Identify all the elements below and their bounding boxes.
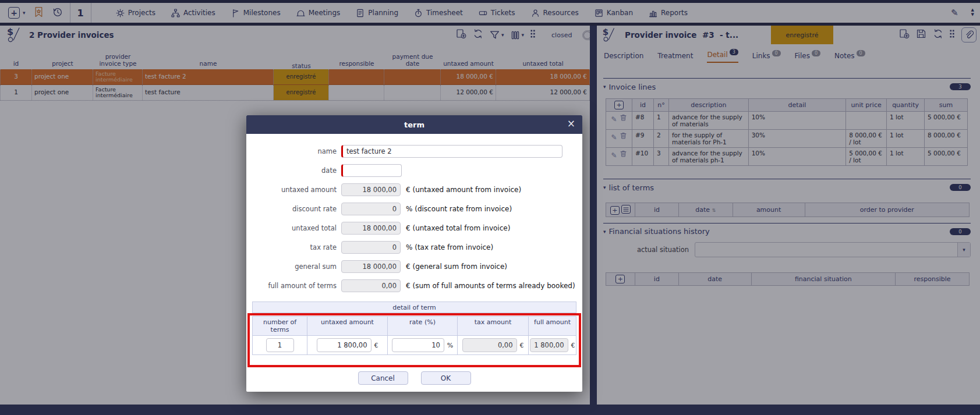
rate-field[interactable] <box>392 338 444 352</box>
form-row-full-amount-of-terms: full amount of terms € (sum of full amou… <box>246 276 582 295</box>
highlight-annotation-box: number of terms untaxed amount rate (%) … <box>247 313 581 367</box>
tax-rate-hint: % (tax rate from invoice) <box>406 243 493 251</box>
detail-of-term-title: detail of term <box>252 302 576 313</box>
untaxed-total-label: untaxed total <box>246 224 341 232</box>
untaxed-amount-label: untaxed amount <box>246 186 341 194</box>
dialog-title: term <box>404 120 424 129</box>
percent-symbol: % <box>447 342 453 349</box>
ok-button[interactable]: OK <box>421 371 471 385</box>
cancel-button[interactable]: Cancel <box>358 371 408 385</box>
number-of-terms-field[interactable] <box>266 338 294 352</box>
detail-of-term-row: € % € € <box>252 336 576 355</box>
untaxed-amount-field <box>341 183 401 196</box>
untaxed-amount-hint: € (untaxed amount from invoice) <box>406 186 521 194</box>
name-label: name <box>246 147 341 155</box>
col-header-untaxed-amount: untaxed amount <box>307 316 388 336</box>
currency-symbol: € <box>374 342 378 349</box>
untaxed-total-field <box>341 222 401 235</box>
form-row-general-sum: general sum € (general sum from invoice) <box>246 257 582 276</box>
currency-symbol: € <box>571 342 575 349</box>
col-header-full-amount: full amount <box>529 316 576 336</box>
discount-rate-label: discount rate <box>246 205 341 213</box>
general-sum-label: general sum <box>246 263 341 271</box>
date-field[interactable] <box>341 164 402 177</box>
full-amount-field <box>530 338 568 352</box>
name-field[interactable] <box>341 145 562 158</box>
form-row-discount-rate: discount rate % (discount rate from invo… <box>246 199 582 218</box>
tax-rate-field <box>341 241 401 254</box>
date-label: date <box>246 166 341 175</box>
full-amount-of-terms-hint: € (sum of full amounts of terms already … <box>406 282 575 290</box>
form-row-date: date <box>246 161 582 180</box>
full-amount-of-terms-label: full amount of terms <box>246 282 341 290</box>
tax-amount-field <box>462 338 517 352</box>
discount-rate-hint: % (discount rate from invoice) <box>406 205 512 213</box>
form-row-tax-rate: tax rate % (tax rate from invoice) <box>246 237 582 257</box>
form-row-name: name <box>246 141 582 161</box>
untaxed-total-hint: € (untaxed total from invoice) <box>406 224 510 232</box>
untaxed-amount-field[interactable] <box>317 338 372 352</box>
currency-symbol: € <box>520 342 524 349</box>
tax-rate-label: tax rate <box>246 243 341 251</box>
col-header-rate: rate (%) <box>388 316 458 336</box>
close-icon[interactable]: × <box>567 118 575 129</box>
term-dialog: term × name date untaxed amount € (untax… <box>246 115 582 392</box>
general-sum-hint: € (general sum from invoice) <box>406 263 507 271</box>
full-amount-of-terms-field <box>341 279 401 292</box>
detail-of-term-table: number of terms untaxed amount rate (%) … <box>252 316 576 355</box>
general-sum-field <box>341 260 401 273</box>
discount-rate-field <box>341 203 401 215</box>
col-header-tax-amount: tax amount <box>458 316 529 336</box>
dialog-titlebar[interactable]: term × <box>246 115 582 134</box>
form-row-untaxed-amount: untaxed amount € (untaxed amount from in… <box>246 180 582 199</box>
form-row-untaxed-total: untaxed total € (untaxed total from invo… <box>246 218 582 237</box>
col-header-number-of-terms: number of terms <box>252 316 307 336</box>
